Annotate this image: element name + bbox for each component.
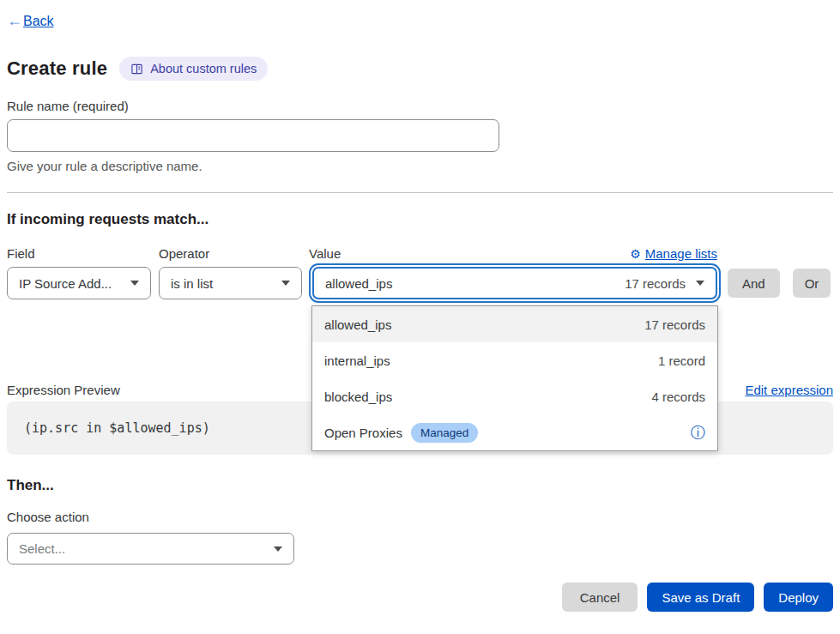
back-link-label: Back bbox=[23, 14, 54, 29]
list-item-allowed-ips[interactable]: allowed_ips 17 records bbox=[312, 306, 717, 342]
info-icon[interactable]: ⓘ bbox=[691, 426, 705, 440]
book-icon bbox=[130, 63, 143, 75]
rule-name-input[interactable] bbox=[7, 119, 499, 152]
value-select-records: 17 records bbox=[625, 276, 686, 291]
action-select[interactable]: Select... bbox=[7, 533, 294, 565]
value-label: Value bbox=[309, 246, 341, 261]
and-button[interactable]: And bbox=[728, 269, 780, 298]
list-item-records: 4 records bbox=[651, 389, 705, 404]
list-item-name: allowed_ips bbox=[324, 317, 391, 332]
value-dropdown-menu: allowed_ips 17 records internal_ips 1 re… bbox=[311, 305, 718, 451]
operator-select[interactable]: is in list bbox=[159, 267, 302, 299]
cancel-button[interactable]: Cancel bbox=[562, 583, 638, 612]
value-select[interactable]: allowed_ips 17 records bbox=[312, 267, 717, 299]
list-item-name: blocked_ips bbox=[324, 389, 392, 404]
match-labels-row: Field Operator Value ⚙ Manage lists bbox=[7, 246, 833, 261]
page-header: Create rule About custom rules bbox=[7, 57, 833, 81]
list-item-blocked-ips[interactable]: blocked_ips 4 records bbox=[312, 378, 717, 414]
match-section-heading: If incoming requests match... bbox=[7, 211, 833, 228]
footer-actions: Cancel Save as Draft Deploy bbox=[7, 583, 833, 612]
back-link[interactable]: ← Back bbox=[7, 12, 54, 30]
match-controls-row: IP Source Add... is in list allowed_ips … bbox=[7, 267, 833, 299]
chevron-down-icon bbox=[281, 281, 290, 286]
field-label: Field bbox=[7, 246, 151, 261]
list-item-open-proxies[interactable]: Open Proxies Managed ⓘ bbox=[312, 414, 717, 450]
manage-lists-link[interactable]: ⚙ Manage lists bbox=[630, 246, 717, 261]
about-custom-rules-link[interactable]: About custom rules bbox=[119, 57, 268, 81]
list-item-name: Open Proxies bbox=[324, 426, 402, 440]
list-item-internal-ips[interactable]: internal_ips 1 record bbox=[312, 342, 717, 378]
manage-lists-label: Manage lists bbox=[645, 246, 717, 261]
expression-preview-label: Expression Preview bbox=[7, 383, 120, 397]
about-custom-rules-label: About custom rules bbox=[150, 62, 257, 75]
choose-action-label: Choose action bbox=[7, 510, 833, 524]
list-item-name: internal_ips bbox=[324, 353, 390, 368]
then-section-heading: Then... bbox=[7, 477, 833, 494]
expression-code: (ip.src in $allowed_ips) bbox=[24, 420, 210, 436]
value-select-wrapper: allowed_ips 17 records allowed_ips 17 re… bbox=[312, 267, 717, 299]
field-select[interactable]: IP Source Add... bbox=[7, 267, 151, 299]
field-select-value: IP Source Add... bbox=[19, 276, 112, 291]
rule-name-helper-text: Give your rule a descriptive name. bbox=[7, 159, 833, 173]
list-item-records: 1 record bbox=[658, 353, 705, 368]
rule-name-section: Rule name (required) Give your rule a de… bbox=[7, 99, 833, 173]
create-rule-page: ← Back Create rule About custom rules Ru… bbox=[0, 0, 840, 612]
operator-select-value: is in list bbox=[171, 276, 213, 291]
back-arrow-icon: ← bbox=[7, 12, 22, 30]
save-as-draft-button[interactable]: Save as Draft bbox=[647, 583, 754, 612]
value-select-value: allowed_ips bbox=[325, 276, 392, 291]
gear-icon: ⚙ bbox=[630, 248, 641, 260]
rule-name-label: Rule name (required) bbox=[7, 99, 833, 113]
chevron-down-icon bbox=[130, 281, 139, 286]
or-button[interactable]: Or bbox=[793, 269, 831, 298]
edit-expression-link[interactable]: Edit expression bbox=[745, 383, 833, 397]
section-divider bbox=[7, 192, 833, 193]
deploy-button[interactable]: Deploy bbox=[764, 583, 833, 612]
operator-label: Operator bbox=[159, 246, 302, 261]
list-item-records: 17 records bbox=[644, 317, 705, 332]
managed-badge: Managed bbox=[411, 423, 478, 443]
action-select-placeholder: Select... bbox=[19, 541, 65, 556]
page-title: Create rule bbox=[7, 57, 107, 80]
chevron-down-icon bbox=[274, 546, 282, 552]
chevron-down-icon bbox=[696, 281, 704, 286]
